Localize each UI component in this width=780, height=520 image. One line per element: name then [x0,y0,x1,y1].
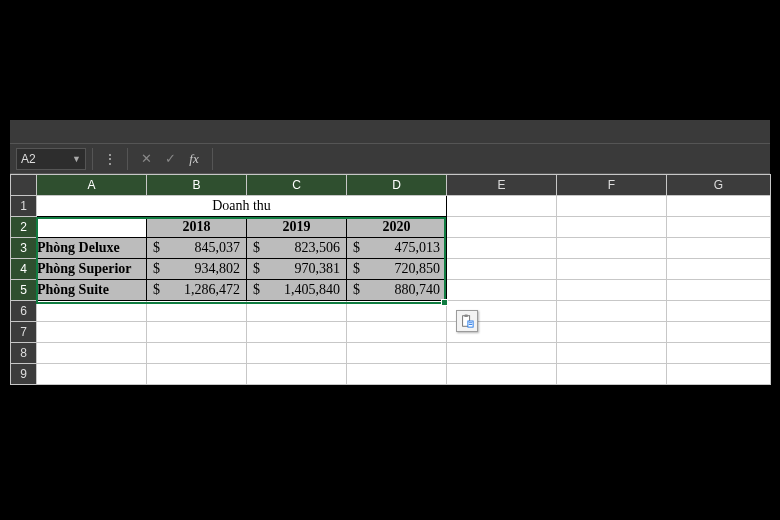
formula-input[interactable] [219,148,770,170]
insert-function-button[interactable]: fx [182,148,206,170]
cell-A7[interactable] [37,322,147,343]
cell-E2[interactable] [447,217,557,238]
formula-bar: A2 ▼ ⋮ ✕ ✓ fx [10,144,770,174]
cell-A3[interactable]: Phòng Deluxe [37,238,147,259]
cell-F6[interactable] [557,301,667,322]
cell-F4[interactable] [557,259,667,280]
cell-E3[interactable] [447,238,557,259]
cell-G6[interactable] [667,301,771,322]
cell-C8[interactable] [247,343,347,364]
name-box[interactable]: A2 ▼ [16,148,86,170]
cell-D8[interactable] [347,343,447,364]
row-header-9[interactable]: 9 [11,364,37,385]
cell-D6[interactable] [347,301,447,322]
cell-C3[interactable]: $823,506 [247,238,347,259]
cell-F8[interactable] [557,343,667,364]
cell-D7[interactable] [347,322,447,343]
row-header-2[interactable]: 2 [11,217,37,238]
cell-A6[interactable] [37,301,147,322]
col-header-G[interactable]: G [667,175,771,196]
cell-value: 823,506 [295,240,341,256]
cell-B3[interactable]: $845,037 [147,238,247,259]
cell-B7[interactable] [147,322,247,343]
cell-G9[interactable] [667,364,771,385]
row-header-4[interactable]: 4 [11,259,37,280]
cell-D9[interactable] [347,364,447,385]
cancel-icon: ✕ [141,151,152,166]
currency-symbol: $ [153,261,160,277]
cell-F5[interactable] [557,280,667,301]
cell-B8[interactable] [147,343,247,364]
enter-button[interactable]: ✓ [158,148,182,170]
cell-B6[interactable] [147,301,247,322]
divider [92,148,93,170]
currency-symbol: $ [353,240,360,256]
cell-G1[interactable] [667,196,771,217]
col-header-D[interactable]: D [347,175,447,196]
expand-dots-icon[interactable]: ⋮ [99,151,121,167]
cell-C6[interactable] [247,301,347,322]
cell-F3[interactable] [557,238,667,259]
cell-C9[interactable] [247,364,347,385]
cell-E9[interactable] [447,364,557,385]
cell-E8[interactable] [447,343,557,364]
svg-rect-1 [464,314,468,317]
cell-A4[interactable]: Phòng Superior [37,259,147,280]
cell-D5[interactable]: $880,740 [347,280,447,301]
cell-E1[interactable] [447,196,557,217]
row-7: 7 [11,322,771,343]
currency-symbol: $ [153,240,160,256]
worksheet-grid[interactable]: A B C D E F G 1 Doanh thu 2 2018 2019 [10,174,770,385]
row-header-7[interactable]: 7 [11,322,37,343]
cell-B4[interactable]: $934,802 [147,259,247,280]
currency-symbol: $ [253,240,260,256]
cell-C2[interactable]: 2019 [247,217,347,238]
select-all-corner[interactable] [11,175,37,196]
row-3: 3 Phòng Deluxe $845,037 $823,506 $475,01… [11,238,771,259]
row-header-6[interactable]: 6 [11,301,37,322]
cell-F2[interactable] [557,217,667,238]
cell-E5[interactable] [447,280,557,301]
row-header-5[interactable]: 5 [11,280,37,301]
cell-E4[interactable] [447,259,557,280]
cell-A2[interactable] [37,217,147,238]
col-header-C[interactable]: C [247,175,347,196]
cell-D4[interactable]: $720,850 [347,259,447,280]
col-header-B[interactable]: B [147,175,247,196]
cell-A1-merged-title[interactable]: Doanh thu [37,196,447,217]
cell-G7[interactable] [667,322,771,343]
paste-options-button[interactable] [456,310,478,332]
row-header-3[interactable]: 3 [11,238,37,259]
col-header-E[interactable]: E [447,175,557,196]
col-header-A[interactable]: A [37,175,147,196]
cell-C7[interactable] [247,322,347,343]
cell-value: 934,802 [195,261,241,277]
cell-F9[interactable] [557,364,667,385]
cell-A9[interactable] [37,364,147,385]
row-header-8[interactable]: 8 [11,343,37,364]
cell-F7[interactable] [557,322,667,343]
cell-B5[interactable]: $1,286,472 [147,280,247,301]
cell-A8[interactable] [37,343,147,364]
cell-D2[interactable]: 2020 [347,217,447,238]
cell-G2[interactable] [667,217,771,238]
cell-G3[interactable] [667,238,771,259]
cell-G4[interactable] [667,259,771,280]
currency-symbol: $ [153,282,160,298]
cancel-button[interactable]: ✕ [134,148,158,170]
cell-B9[interactable] [147,364,247,385]
cell-D3[interactable]: $475,013 [347,238,447,259]
cell-B2[interactable]: 2018 [147,217,247,238]
row-2: 2 2018 2019 2020 [11,217,771,238]
cell-G5[interactable] [667,280,771,301]
row-header-1[interactable]: 1 [11,196,37,217]
cell-G8[interactable] [667,343,771,364]
cell-A5[interactable]: Phòng Suite [37,280,147,301]
cell-value: 845,037 [195,240,241,256]
chevron-down-icon: ▼ [72,154,81,164]
row-4: 4 Phòng Superior $934,802 $970,381 $720,… [11,259,771,280]
cell-C5[interactable]: $1,405,840 [247,280,347,301]
col-header-F[interactable]: F [557,175,667,196]
cell-C4[interactable]: $970,381 [247,259,347,280]
cell-F1[interactable] [557,196,667,217]
